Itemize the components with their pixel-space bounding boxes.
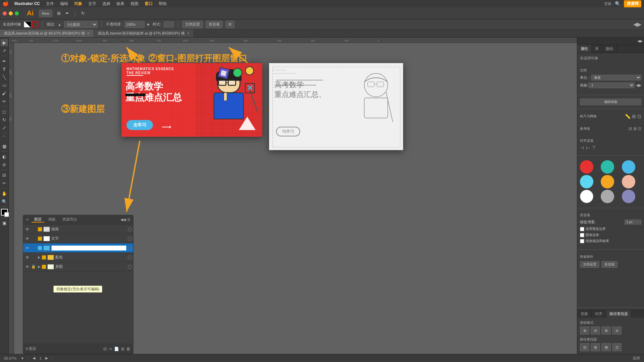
fill-color-indicator[interactable] [1,209,8,216]
pf-btn-2[interactable]: ⊞ [591,343,600,351]
style-swatch[interactable] [164,21,174,27]
opacity-arrow[interactable]: ▶ [147,22,150,26]
layer-row-yuantu[interactable]: 👁 🔒 ▶ 原图 [23,262,133,272]
unit-select[interactable]: 像素 [591,75,641,80]
edit-artboard-btn[interactable]: 编辑画板 [580,99,641,105]
move-selection-icon[interactable]: ↪ [109,347,112,351]
eyedrop-tool[interactable]: ⊘ [1,161,8,168]
lock-icon-5[interactable]: 🔒 [31,264,37,269]
rotate-icon[interactable]: ↻ [79,10,87,17]
menu-text[interactable]: 文字 [86,1,99,7]
eraser-tool[interactable]: ◻ [1,108,8,115]
grid-icon[interactable]: ⊞ [632,114,636,119]
eye-icon-5[interactable]: 👁 [24,264,30,269]
toolbar-new-doc[interactable]: New [39,10,52,17]
doc-settings-btn[interactable]: 文档设置 [182,21,203,28]
swatch-blue[interactable] [622,160,635,174]
guide-icon-3[interactable]: ⊡ [638,126,641,131]
pen-icon[interactable]: ✒ [63,10,71,17]
bottom-tab-transform[interactable]: 变换 [577,310,592,318]
artboard-nav-prev[interactable]: ◀ [636,83,639,87]
arrange-btn[interactable]: ⊟ [225,21,234,28]
expand-icon-5[interactable]: ▶ [38,265,41,268]
layers-close-icon[interactable]: ✕ [26,218,29,222]
shape-exclude-btn[interactable]: ⊘ [612,326,622,335]
zoom-tool[interactable]: 🔍 [1,198,8,205]
minimize-button[interactable] [9,11,13,15]
quick-preferences-btn[interactable]: 首选项 [601,261,618,268]
artboard-tool[interactable]: ⊟ [1,171,8,179]
shape-intersect-btn[interactable]: ⊗ [601,326,611,335]
stroke-style-select[interactable]: 3点圆形 [64,21,98,28]
layer-row-miaohui[interactable]: 👁 描画 [23,225,133,234]
line-tool[interactable]: ╲ [1,73,8,81]
slice-tool[interactable]: ✂ [1,179,8,187]
hand-tool[interactable]: ✋ [1,190,8,197]
swatch-cyan[interactable] [580,175,593,188]
rp-tab-properties[interactable]: 属性 [577,45,592,53]
rotate-tool[interactable]: ↻ [1,116,8,123]
rasterize-checkbox[interactable] [580,239,584,243]
type-tool[interactable]: T [1,65,8,73]
layer-target-2[interactable] [128,237,132,241]
tab-2-close[interactable]: ✕ [187,32,190,35]
eye-icon-2[interactable]: 👁 [24,236,30,241]
ruler-options-icon[interactable]: ⊡ [637,114,641,119]
opacity-input[interactable] [124,21,145,28]
preferences-btn[interactable]: 首选项 [206,21,223,28]
menu-edit[interactable]: 编辑 [57,1,71,7]
collapse-icon[interactable]: ◀▶ [633,21,641,27]
align-right-icon[interactable]: ⊤ [592,145,596,150]
tab-2[interactable]: 插边风-banner演示稿的副本.ai @ 67% [RGB/GPU 推 ✕ [94,29,194,37]
menu-view[interactable]: 视图 [128,1,141,7]
shape-unite-btn[interactable]: ⊕ [580,326,589,335]
warp-tool[interactable]: ⌒ [1,134,8,142]
pf-btn-1[interactable]: ⊟ [580,343,589,351]
layer-target-4[interactable] [128,255,132,259]
swatch-red[interactable] [580,160,593,174]
layer-row-wenzi[interactable]: 👁 文字 [23,234,133,243]
ruler-icon[interactable]: 📏 [625,114,631,119]
artboard-select[interactable]: 1 [588,82,635,88]
rp-tab-library[interactable]: 库 [592,45,602,53]
delete-layer-icon[interactable]: 🗑 [126,347,130,351]
rounded-corners-checkbox[interactable] [580,233,584,237]
gradient-tool[interactable]: ◐ [1,153,8,160]
zoom-arrow[interactable]: ▼ [20,356,24,360]
pf-btn-4[interactable]: ⊡ [612,343,622,351]
layer-row-peise[interactable]: 👁 ▶ 配色 [23,253,133,262]
artboard-nav-prev[interactable]: ◀ [33,356,35,360]
layers-footer-icon4[interactable]: ⊞ [121,347,124,351]
scale-tool[interactable]: ⤢ [1,124,8,131]
stroke-width-group[interactable]: ▲ [58,22,61,26]
panel-menu-icon[interactable]: ☰ [127,218,130,222]
menu-help[interactable]: 帮助 [156,1,169,7]
layer-target-5[interactable] [128,265,132,269]
rp-tab-color[interactable]: 颜色 [602,45,617,53]
screen-mode[interactable]: ▣ [1,219,8,227]
menu-object[interactable]: 对象 [71,1,85,7]
layer-target-3[interactable] [128,246,132,250]
artboard-nav-next[interactable]: ▶ [45,356,48,360]
menu-effect[interactable]: 效果 [114,1,127,7]
layers-tab-artboard[interactable]: 画板 [46,217,58,223]
fill-color[interactable] [24,21,31,27]
apple-icon[interactable]: 🍎 [3,1,9,7]
align-left-icon[interactable]: ⊣ [580,145,584,150]
menu-select[interactable]: 选择 [100,1,113,7]
search-icon[interactable]: 🔍 [615,1,621,6]
artboard-nav-next[interactable]: ▶ [639,83,641,87]
align-center-icon[interactable]: ⊢ [586,145,590,150]
eye-icon-4[interactable]: 👁 [24,255,30,260]
swatch-white[interactable] [580,190,593,203]
tab-1[interactable]: 插边风-banner演示稿.ai @ 66.67% [RGB/GPU 推 ✕ [0,29,94,37]
shape-tool[interactable]: ▭ [1,81,8,89]
pen-tool[interactable]: ✒ [1,57,8,65]
menu-illustrator[interactable]: Illustrator CC [12,1,43,6]
menu-file[interactable]: 文件 [43,1,57,7]
layers-tab-export[interactable]: 资源导出 [60,217,80,223]
swatch-gray[interactable] [601,190,614,203]
guide-icon-1[interactable]: ⊟ [629,126,632,131]
bottom-tab-pathfinder[interactable]: 路径查找器 [606,310,632,318]
stroke-color[interactable] [32,21,38,27]
